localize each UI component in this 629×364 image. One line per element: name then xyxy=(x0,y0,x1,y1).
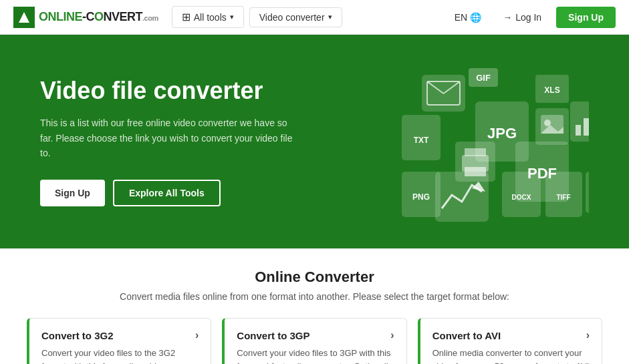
hero-explore-button[interactable]: Explore All Tools xyxy=(113,180,221,206)
signup-button[interactable]: Sign Up xyxy=(556,7,616,28)
all-tools-label: All tools xyxy=(194,12,227,23)
hero-section: Video file converter This is a list with… xyxy=(0,35,629,248)
card-3gp-description: Convert your video files to 3GP with thi… xyxy=(237,347,394,364)
card-3gp-title: Convert to 3GP › xyxy=(237,329,394,341)
video-converter-button[interactable]: Video converter ▾ xyxy=(249,7,342,27)
card-avi[interactable]: Convert to AVI › Online media converter … xyxy=(418,318,602,364)
svg-text:JPG: JPG xyxy=(487,125,517,142)
svg-text:XLS: XLS xyxy=(544,85,559,95)
cards-grid: Convert to 3G2 › Convert your video file… xyxy=(27,318,602,364)
all-tools-button[interactable]: ⊞ All tools ▾ xyxy=(172,6,244,28)
card-avi-title: Convert to AVI › xyxy=(432,329,590,341)
svg-text:TXT: TXT xyxy=(414,136,429,145)
logo-text: ONLINE-CONVERT.com xyxy=(39,10,158,24)
converter-title: Online Converter xyxy=(27,268,602,286)
signup-label: Sign Up xyxy=(568,12,604,23)
svg-marker-0 xyxy=(19,12,29,23)
hero-description: This is a list with our free online vide… xyxy=(40,116,294,160)
svg-text:DOCX: DOCX xyxy=(512,194,531,201)
navbar: ONLINE-CONVERT.com ⊞ All tools ▾ Video c… xyxy=(0,0,629,35)
svg-rect-35 xyxy=(586,172,589,213)
video-converter-label: Video converter xyxy=(259,12,325,23)
card-3g2-arrow-icon: › xyxy=(195,329,199,341)
svg-rect-29 xyxy=(435,172,489,222)
card-3g2-description: Convert your video files to the 3G2 form… xyxy=(41,347,199,364)
svg-text:TIFF: TIFF xyxy=(556,194,570,201)
svg-text:GIF: GIF xyxy=(476,73,491,83)
card-avi-arrow-icon: › xyxy=(586,329,590,341)
svg-rect-25 xyxy=(465,148,486,156)
hero-title: Video file converter xyxy=(40,77,308,105)
login-label: Log In xyxy=(515,12,541,23)
login-arrow-icon: → xyxy=(503,12,512,23)
card-3g2[interactable]: Convert to 3G2 › Convert your video file… xyxy=(27,318,211,364)
svg-rect-17 xyxy=(584,118,589,136)
card-3g2-title: Convert to 3G2 › xyxy=(41,329,199,341)
converter-section: Online Converter Convert media files onl… xyxy=(0,248,629,364)
logo-icon xyxy=(13,7,35,28)
hero-text-area: Video file converter This is a list with… xyxy=(40,77,308,206)
globe-icon: 🌐 xyxy=(470,12,481,23)
card-3gp[interactable]: Convert to 3GP › Convert your video file… xyxy=(222,318,406,364)
hero-illustration: GIF JPG XLS xyxy=(308,61,589,222)
lang-label: EN xyxy=(455,12,467,23)
video-converter-chevron-icon: ▾ xyxy=(328,13,332,21)
hero-icons-area: GIF JPG XLS xyxy=(308,61,589,222)
hero-buttons: Sign Up Explore All Tools xyxy=(40,180,308,206)
logo[interactable]: ONLINE-CONVERT.com xyxy=(13,7,158,28)
login-button[interactable]: → Log In xyxy=(493,8,551,27)
hero-signup-button[interactable]: Sign Up xyxy=(40,180,105,206)
card-3gp-arrow-icon: › xyxy=(390,329,394,341)
svg-rect-16 xyxy=(576,125,581,136)
converter-description: Convert media files online from one form… xyxy=(27,291,602,302)
card-avi-description: Online media converter to convert your v… xyxy=(432,347,590,364)
language-button[interactable]: EN 🌐 xyxy=(448,8,488,27)
grid-icon: ⊞ xyxy=(182,11,191,23)
all-tools-chevron-icon: ▾ xyxy=(230,13,234,21)
svg-text:PNG: PNG xyxy=(412,192,430,202)
